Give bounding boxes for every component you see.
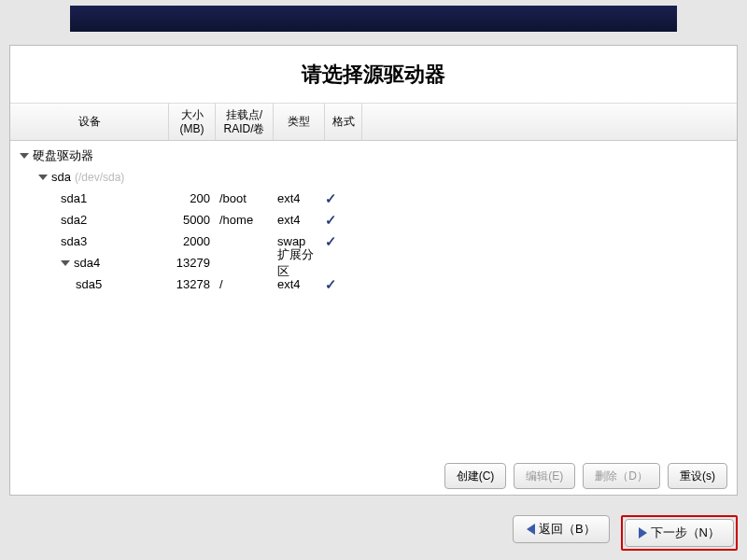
device-label: sda3 <box>61 234 87 248</box>
tree-root-label: 硬盘驱动器 <box>33 147 93 164</box>
check-icon: ✓ <box>325 212 337 228</box>
size-cell: 5000 <box>169 213 216 227</box>
check-icon: ✓ <box>325 276 337 292</box>
partition-tree: 硬盘驱动器 sda(/dev/sda) sda1200/bootext4✓sda… <box>10 141 737 449</box>
col-header-device[interactable]: 设备 <box>10 104 169 140</box>
expand-icon[interactable] <box>38 175 48 180</box>
delete-button: 删除（D） <box>583 463 660 489</box>
disk-path: (/dev/sda) <box>75 171 124 184</box>
type-cell: ext4 <box>274 213 325 227</box>
check-icon: ✓ <box>325 190 337 206</box>
main-frame: 请选择源驱动器 设备 大小 (MB) 挂载点/ RAID/卷 类型 格式 硬盘驱… <box>9 45 738 496</box>
back-button[interactable]: 返回（B） <box>513 515 610 543</box>
top-banner <box>70 6 677 32</box>
check-icon: ✓ <box>325 233 337 249</box>
type-cell: 扩展分区 <box>274 246 325 280</box>
type-cell: ext4 <box>274 277 325 291</box>
partition-row[interactable]: sda413279扩展分区 <box>10 252 737 273</box>
edit-button: 编辑(E) <box>514 463 575 489</box>
format-cell: ✓ <box>325 190 362 207</box>
table-header: 设备 大小 (MB) 挂载点/ RAID/卷 类型 格式 <box>10 104 737 141</box>
mount-cell: /boot <box>216 191 274 205</box>
col-header-format[interactable]: 格式 <box>325 104 362 140</box>
col-header-type[interactable]: 类型 <box>274 104 325 140</box>
device-label: sda2 <box>61 213 87 227</box>
next-button[interactable]: 下一步（N） <box>625 519 734 547</box>
arrow-right-icon <box>639 527 647 539</box>
back-label: 返回（B） <box>539 521 596 538</box>
title-area: 请选择源驱动器 <box>10 46 737 104</box>
device-label: sda5 <box>76 277 102 291</box>
page-title: 请选择源驱动器 <box>302 61 445 89</box>
mount-cell: /home <box>216 213 274 227</box>
size-cell: 2000 <box>169 234 216 248</box>
format-cell: ✓ <box>325 233 362 250</box>
expand-icon[interactable] <box>61 260 70 266</box>
next-label: 下一步（N） <box>651 525 720 541</box>
tree-disk-row[interactable]: sda(/dev/sda) <box>10 166 737 188</box>
device-label: sda1 <box>61 191 87 205</box>
size-cell: 200 <box>169 191 216 205</box>
disk-label: sda <box>51 170 71 184</box>
create-button[interactable]: 创建(C) <box>444 463 507 489</box>
type-cell: ext4 <box>274 191 325 205</box>
expand-icon[interactable] <box>20 153 29 159</box>
partition-row[interactable]: sda513278/ext4✓ <box>10 273 737 295</box>
size-cell: 13279 <box>169 256 216 270</box>
partition-row[interactable]: sda1200/bootext4✓ <box>10 188 737 209</box>
size-cell: 13278 <box>169 277 216 291</box>
arrow-left-icon <box>527 524 535 535</box>
format-cell: ✓ <box>325 276 362 293</box>
partition-row[interactable]: sda25000/homeext4✓ <box>10 209 737 231</box>
col-header-mount[interactable]: 挂载点/ RAID/卷 <box>216 104 274 140</box>
col-header-size[interactable]: 大小 (MB) <box>169 104 216 140</box>
partition-row[interactable]: sda32000swap✓ <box>10 231 737 252</box>
device-label: sda4 <box>74 256 100 270</box>
partition-action-bar: 创建(C) 编辑(E) 删除（D） 重设(s) <box>444 463 727 489</box>
format-cell: ✓ <box>325 212 362 229</box>
mount-cell: / <box>216 277 274 291</box>
tree-root-row[interactable]: 硬盘驱动器 <box>10 145 737 166</box>
next-button-highlight: 下一步（N） <box>621 515 738 551</box>
reset-button[interactable]: 重设(s) <box>668 463 727 489</box>
wizard-nav: 返回（B） 下一步（N） <box>513 515 738 551</box>
